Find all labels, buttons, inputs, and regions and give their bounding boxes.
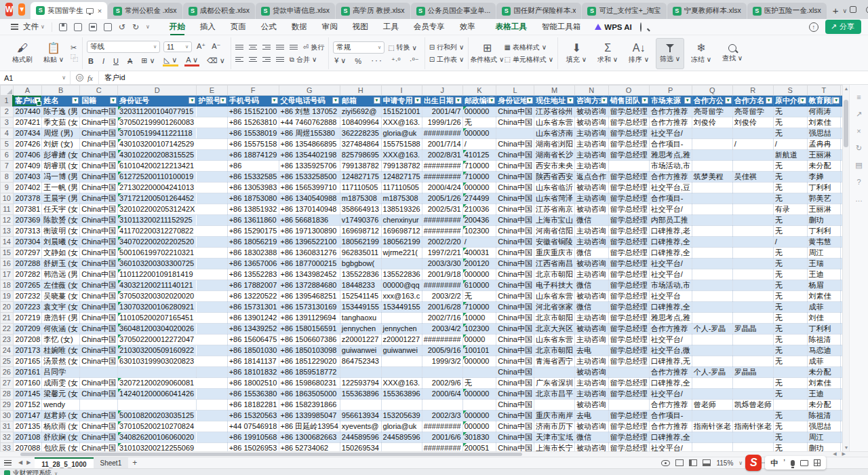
cell[interactable]: 合作项目-: [649, 138, 692, 149]
cell[interactable]: 市场活动,市: [649, 280, 692, 290]
cell[interactable]: 主动咨询: [574, 193, 608, 204]
cell[interactable]: [197, 117, 227, 128]
wrap-text-button[interactable]: ⏎ 换行: [303, 43, 324, 52]
cell[interactable]: +86 13901242: [227, 312, 279, 323]
cell[interactable]: 刘素佳: [807, 117, 841, 128]
freeze-button[interactable]: ❄ 冻结 ∨: [687, 38, 715, 69]
cell[interactable]: +86 1506607386: [279, 334, 340, 345]
cell[interactable]: [197, 388, 227, 399]
cell[interactable]: 327484864: [340, 138, 381, 149]
cell[interactable]: [381, 366, 422, 377]
cell[interactable]: 207369: [13, 214, 42, 225]
cell[interactable]: 2001/7/14: [422, 138, 462, 149]
cell[interactable]: 安徽省铜陵: [534, 236, 574, 247]
cell[interactable]: 何依涵 (女: [42, 323, 80, 334]
cell[interactable]: +86 1354866895: [279, 138, 340, 149]
cell[interactable]: 799138782: [340, 160, 381, 171]
cell[interactable]: +86 1863505000: [279, 388, 340, 399]
cell[interactable]: 956613934: [340, 410, 381, 421]
cell[interactable]: 无: [773, 388, 807, 399]
cell[interactable]: 社交平台/: [649, 204, 692, 214]
row-header-28[interactable]: 28: [1, 388, 14, 399]
cell[interactable]: +44 7460762888: [279, 117, 340, 128]
cell[interactable]: 150269534: [340, 442, 381, 451]
cell[interactable]: China中国: [496, 323, 534, 334]
cell[interactable]: /: [773, 236, 807, 247]
shrink-font-icon[interactable]: A⁻: [210, 42, 222, 51]
cell[interactable]: +86 13851932: [227, 204, 279, 214]
cell[interactable]: 蒯玏: [807, 214, 841, 225]
cut-tool-icon[interactable]: ×: [854, 126, 864, 136]
cell[interactable]: China中国: [496, 399, 534, 410]
cell[interactable]: 无: [773, 334, 807, 345]
sheet-tab[interactable]: Sheet1: [94, 457, 129, 468]
cell[interactable]: ziyi5692@: [340, 106, 381, 117]
cell[interactable]: China中国: [80, 247, 118, 258]
cell[interactable]: [118, 399, 197, 410]
cell[interactable]: wjrme221(: [381, 247, 422, 258]
cell[interactable]: [80, 366, 118, 377]
cell[interactable]: 207147: [13, 410, 42, 421]
row-header-2[interactable]: 2: [1, 106, 14, 117]
cell[interactable]: China中国: [496, 388, 534, 399]
cell[interactable]: +86 1343982452: [279, 269, 340, 280]
cell[interactable]: +86 1372884680: [279, 280, 340, 290]
cell[interactable]: 610104200212213421: [118, 160, 197, 171]
document-tab[interactable]: S可过_支付宝+_淘宝: [582, 3, 666, 19]
cell[interactable]: +86 18874129: [227, 149, 279, 160]
cell[interactable]: 有录: [773, 204, 807, 214]
cell[interactable]: 无: [462, 117, 496, 128]
cell[interactable]: 凯烁曾老师: [732, 399, 773, 410]
cell[interactable]: [381, 356, 422, 366]
cell[interactable]: 主动咨询: [574, 269, 608, 280]
filter-header-cell[interactable]: 教育顾问▼: [807, 95, 841, 106]
cell[interactable]: [197, 269, 227, 280]
cell[interactable]: xxx@163.c: [381, 290, 422, 301]
cell[interactable]: China中国: [80, 193, 118, 204]
align-top-icon[interactable]: [235, 43, 243, 52]
cell[interactable]: [197, 204, 227, 214]
column-header-H[interactable]: H: [340, 86, 381, 96]
column-header-Q[interactable]: Q: [692, 86, 732, 96]
export-icon[interactable]: [74, 23, 82, 31]
cell[interactable]: 刘晨曦 (女: [42, 236, 80, 247]
cell[interactable]: 2001/6/6: [422, 432, 462, 442]
cell[interactable]: 000000: [462, 410, 496, 421]
cell[interactable]: [692, 236, 732, 247]
cell[interactable]: China中国: [496, 312, 534, 323]
cell[interactable]: +86 1582391866: [279, 399, 340, 410]
clear-format-icon[interactable]: ⌫ ∨: [205, 56, 226, 65]
sum-button[interactable]: Σ 求和 ∨: [593, 38, 622, 69]
menu-tab-2[interactable]: 页面: [223, 20, 254, 34]
cell[interactable]: 舒妍玉 (女: [42, 258, 80, 269]
filter-header-cell[interactable]: 身份证号▼: [118, 95, 197, 106]
menu-tab-8[interactable]: 会员专享: [406, 20, 452, 34]
cell[interactable]: +86 1851229020: [279, 356, 340, 366]
cell[interactable]: +86 1300682663: [279, 432, 340, 442]
cell[interactable]: 留学总经理: [608, 323, 649, 334]
cell[interactable]: 陈祖清: [807, 334, 841, 345]
cell[interactable]: China中国: [80, 432, 118, 442]
cell[interactable]: 济南市历下: [534, 421, 574, 432]
cell[interactable]: [692, 377, 732, 388]
undo-icon[interactable]: ↺: [119, 22, 125, 32]
cell[interactable]: 2003/4/2: [422, 323, 462, 334]
cell[interactable]: 王丽淋: [807, 204, 841, 214]
cell[interactable]: m1875308: [381, 193, 422, 204]
column-header-K[interactable]: K: [462, 86, 496, 96]
cell[interactable]: 吴晓蔓 (女: [42, 290, 80, 301]
cell[interactable]: +86 18056219: [227, 236, 279, 247]
wps-logo-icon[interactable]: W: [5, 3, 13, 16]
cell[interactable]: 山东省济南: [534, 128, 574, 138]
cell[interactable]: xyevents@: [340, 421, 381, 432]
row-header-23[interactable]: 23: [1, 334, 14, 345]
cell[interactable]: +86 15026953: [227, 442, 279, 451]
align-left-icon[interactable]: [235, 56, 243, 64]
cell[interactable]: 包欣辰 (女: [42, 442, 80, 451]
cell[interactable]: wendy: [42, 399, 80, 410]
cell[interactable]: 留学总经理: [608, 280, 649, 290]
cell[interactable]: [692, 280, 732, 290]
row-header-25[interactable]: 25: [1, 356, 14, 366]
cell[interactable]: +86 1859518772: [279, 366, 340, 377]
filter-header-cell[interactable]: 现住地址▼: [534, 95, 574, 106]
